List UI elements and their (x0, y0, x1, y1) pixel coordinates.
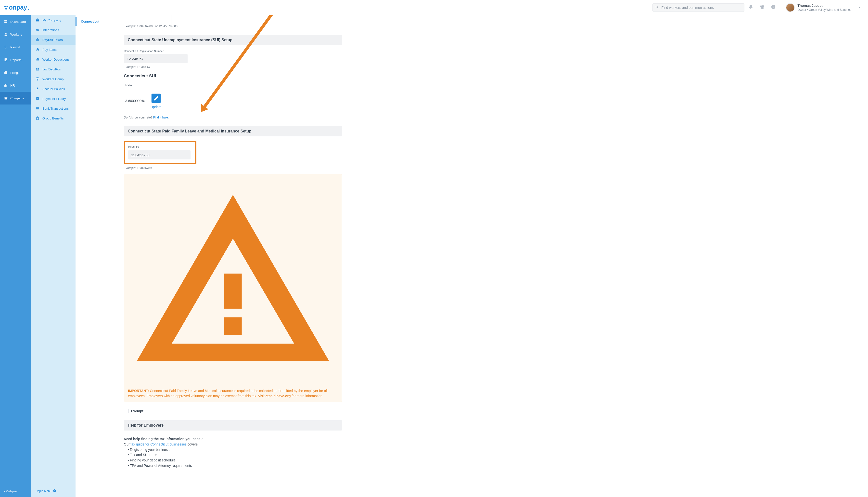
sub-worker-deductions[interactable]: Worker Deductions (31, 55, 75, 64)
example-text: Example: 1234567-000 or 12345678-000 (124, 25, 342, 28)
transactions-icon (35, 106, 40, 110)
nav-reports[interactable]: Reports (0, 54, 31, 66)
deductions-icon (35, 57, 40, 61)
svg-rect-13 (6, 22, 8, 23)
svg-line-4 (657, 8, 658, 8)
svg-marker-29 (36, 38, 39, 39)
header-icons (748, 4, 776, 11)
sub-my-company[interactable]: My Company (31, 15, 75, 25)
rate-value: 3.6000000% (125, 99, 145, 103)
sui-section-header: Connecticut State Unemployment Insurance… (124, 35, 342, 45)
help-body: Need help finding the tax information yo… (124, 436, 342, 468)
nav-dashboard[interactable]: Dashboard (0, 15, 31, 28)
svg-point-14 (5, 33, 6, 34)
reg-number-input[interactable] (124, 54, 188, 63)
svg-rect-31 (37, 39, 38, 41)
find-rate-link[interactable]: Find it here. (153, 116, 169, 119)
main-content: Example: 1234567-000 or 12345678-000 Con… (116, 15, 868, 497)
nav-payroll[interactable]: Payroll (0, 41, 31, 54)
primary-sidebar: Dashboard Workers Payroll Reports Filing… (0, 15, 31, 497)
svg-rect-10 (4, 20, 6, 22)
gift-icon[interactable] (760, 4, 765, 11)
svg-point-35 (38, 68, 39, 69)
reg-number-label: Connecticut Registration Number (124, 49, 342, 53)
svg-rect-32 (38, 39, 39, 41)
sub-accrual-policies[interactable]: Accrual Policies (31, 84, 75, 94)
svg-rect-30 (36, 39, 37, 41)
svg-rect-42 (37, 117, 39, 120)
svg-rect-16 (5, 60, 5, 61)
svg-rect-24 (7, 84, 8, 87)
edit-icon (150, 93, 162, 104)
ctpaidleave-link[interactable]: ctpaidleave.org (265, 394, 291, 398)
sub-loc-dep-pos[interactable]: Loc/Dep/Pos (31, 64, 75, 74)
plane-icon (35, 87, 40, 91)
sub-payroll-taxes[interactable]: Payroll Taxes (31, 35, 75, 45)
tertiary-panel: Connecticut (75, 15, 116, 497)
svg-point-3 (656, 6, 657, 8)
pay-items-icon (35, 47, 40, 52)
rate-help-text: Don't know your rate? Find it here. (124, 116, 342, 119)
user-role: Owner • Green Valley Wine and Sundries (798, 8, 851, 12)
nav-hr[interactable]: HR (0, 79, 31, 92)
sub-payment-history[interactable]: Payment History (31, 94, 75, 103)
svg-rect-23 (6, 85, 6, 87)
hr-icon (4, 83, 8, 87)
integrations-icon (35, 28, 40, 32)
logo[interactable]: onpay. (4, 4, 29, 12)
umbrella-icon (35, 77, 40, 81)
nav-workers[interactable]: Workers (0, 28, 31, 41)
pfml-highlight-box: PFML ID (124, 141, 197, 165)
list-item: TPA and Power of Attorney requirements (128, 463, 342, 469)
tertiary-connecticut[interactable]: Connecticut (75, 17, 116, 26)
svg-rect-1 (6, 6, 8, 7)
people-icon (35, 67, 40, 71)
logo-text: onpay (9, 4, 27, 11)
logo-icon (4, 5, 8, 10)
sub-group-benefits[interactable]: Group Benefits (31, 113, 75, 123)
company-icon (4, 96, 8, 100)
secondary-sidebar: My Company Integrations Payroll Taxes Pa… (31, 15, 75, 497)
svg-rect-27 (36, 19, 39, 22)
sub-workers-comp[interactable]: Workers Comp (31, 74, 75, 84)
pfml-example: Example: 123456789 (124, 166, 342, 170)
svg-point-34 (36, 68, 37, 69)
search-input[interactable] (652, 3, 744, 12)
svg-point-9 (762, 5, 763, 6)
app-header: onpay. Thomas Jacobs Owner • Green Valle… (0, 0, 868, 15)
tax-guide-link[interactable]: tax guide for Connecticut businesses (130, 442, 187, 446)
unpin-button[interactable]: Unpin Menu (31, 485, 75, 497)
nav-filings[interactable]: Filings (0, 66, 31, 79)
collapse-button[interactable]: ◂ Collapse (0, 486, 31, 497)
sub-pay-items[interactable]: Pay Items (31, 45, 75, 55)
bank-icon (35, 38, 40, 42)
rate-table: Rate (124, 82, 165, 90)
sub-integrations[interactable]: Integrations (31, 25, 75, 35)
user-menu[interactable]: Thomas Jacobs Owner • Green Valley Wine … (786, 3, 864, 12)
svg-rect-19 (4, 72, 8, 74)
exempt-row: Exempt (124, 409, 342, 413)
pfml-id-input[interactable] (128, 150, 190, 159)
svg-rect-11 (6, 20, 8, 22)
reg-example: Example: 12-345-67 (124, 65, 342, 69)
chevron-down-icon (858, 6, 861, 9)
list-item: Finding your deposit schedule (128, 458, 342, 463)
update-rate-link[interactable]: Update (150, 93, 162, 109)
nav-company[interactable]: Company (0, 92, 31, 104)
user-name: Thomas Jacobs (798, 4, 851, 8)
svg-rect-33 (36, 41, 39, 41)
help-icon[interactable] (771, 4, 776, 11)
list-item: Tax and SUI rates (128, 452, 342, 458)
search-box (652, 3, 744, 12)
filings-icon (4, 71, 8, 74)
sub-bank-transactions[interactable]: Bank Transactions (31, 103, 75, 113)
bell-icon[interactable] (748, 4, 753, 11)
exempt-checkbox[interactable] (124, 409, 129, 413)
pfml-section-header: Connecticut State Paid Family Leave and … (124, 126, 342, 137)
svg-rect-12 (4, 22, 6, 23)
help-bullet-list: Registering your business Tax and SUI ra… (128, 447, 342, 469)
store-icon (35, 18, 40, 22)
benefits-icon (35, 116, 40, 120)
warning-icon (128, 384, 338, 387)
important-alert: IMPORTANT: Connecticut Paid Family Leave… (124, 174, 342, 402)
